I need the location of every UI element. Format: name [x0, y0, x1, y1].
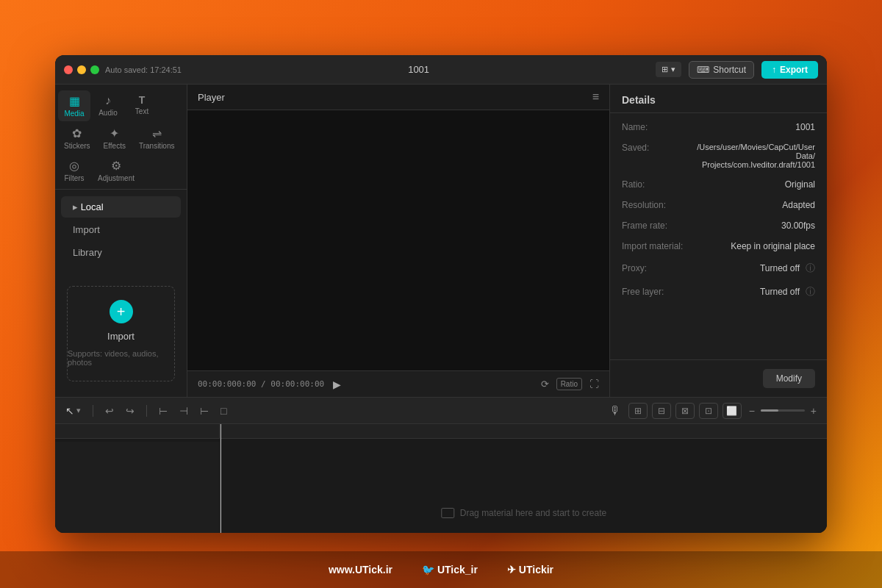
tab-filters[interactable]: ◎ Filters — [58, 155, 90, 186]
undo-button[interactable]: ↩ — [102, 404, 117, 418]
sidebar-item-import[interactable]: Import — [61, 219, 181, 240]
detail-free-layer-label: Free layer: — [622, 287, 695, 297]
layout-button[interactable]: ⊞ ▾ — [656, 62, 681, 77]
tab-text-label: Text — [135, 107, 148, 115]
watermark-telegram: ✈ UTickir — [507, 564, 553, 576]
detail-proxy-right: Turned off ⓘ — [760, 262, 815, 275]
sidebar-item-library[interactable]: Library — [61, 242, 181, 263]
timeline-track-labels — [55, 424, 220, 533]
details-footer: Modify — [610, 359, 827, 397]
export-button[interactable]: ↑ Export — [761, 61, 818, 79]
tab-stickers[interactable]: ✿ Stickers — [58, 123, 96, 154]
play-button[interactable]: ▶ — [333, 379, 341, 390]
adjustment-icon: ⚙ — [111, 159, 121, 173]
tab-media[interactable]: ▦ Media — [58, 90, 90, 121]
timeline-ruler — [220, 424, 827, 439]
sidebar-item-local[interactable]: Local — [61, 196, 181, 218]
maximize-button[interactable] — [90, 65, 99, 74]
detail-saved-label: Saved: — [622, 143, 695, 153]
center-panel: Player ≡ 00:00:000:00 / 00:00:00:00 ▶ ⟳ … — [187, 85, 610, 397]
timeline-right-tools: 🎙 ⊞ ⊟ ⊠ ⊡ ⬜ − + — [606, 403, 820, 419]
import-label: Import — [73, 224, 100, 235]
detail-name-label: Name: — [622, 122, 695, 132]
timeline-icon-btn-1[interactable]: ⊞ — [628, 403, 648, 419]
tab-effects-label: Effects — [104, 142, 126, 150]
timeline-content: Drag material here and start to create — [55, 424, 827, 533]
proxy-info-icon[interactable]: ⓘ — [806, 262, 815, 275]
close-button[interactable] — [64, 65, 73, 74]
details-header: Details — [610, 85, 827, 113]
zoom-control: − + — [746, 404, 820, 418]
timeline-icon-btn-3[interactable]: ⊠ — [675, 403, 695, 419]
layout-arrow: ▾ — [671, 65, 675, 74]
mic-button[interactable]: 🎙 — [606, 403, 624, 419]
tab-text[interactable]: T Text — [126, 90, 158, 121]
modify-button[interactable]: Modify — [763, 369, 815, 388]
telegram-icon: ✈ — [507, 564, 519, 576]
timeline-icon-btn-5[interactable]: ⬜ — [723, 403, 742, 419]
detail-import-label: Import material: — [622, 241, 695, 251]
timeline-toolbar: ↖ ▾ ↩ ↪ ⊢ ⊣ ⊢ □ 🎙 ⊞ ⊟ ⊠ ⊡ ⬜ − — [55, 398, 827, 424]
import-box[interactable]: + Import Supports: videos, audios, photo… — [67, 286, 175, 381]
import-box-sublabel: Supports: videos, audios, photos — [68, 349, 174, 367]
player-canvas — [187, 110, 609, 370]
detail-free-layer-right: Turned off ⓘ — [760, 285, 815, 298]
fullscreen-icon[interactable]: ⛶ — [589, 379, 599, 390]
tab-audio[interactable]: ♪ Audio — [92, 90, 124, 121]
import-area: + Import Supports: videos, audios, photo… — [55, 270, 187, 397]
detail-resolution: Resolution: Adapted — [622, 200, 815, 210]
player-menu-icon[interactable]: ≡ — [592, 90, 599, 104]
loop-icon[interactable]: ⟳ — [541, 379, 549, 390]
redo-button[interactable]: ↪ — [123, 404, 137, 418]
detail-free-layer-value: Turned off — [760, 287, 800, 297]
shortcut-button[interactable]: ⌨ Shortcut — [689, 61, 754, 79]
tab-audio-label: Audio — [98, 109, 118, 117]
tab-transitions[interactable]: ⇌ Transitions — [133, 123, 181, 154]
toolbar-tabs: ▦ Media ♪ Audio T Text ✿ Stickers ✦ Ef — [55, 85, 187, 190]
timeline-icon-btn-4[interactable]: ⊡ — [699, 403, 718, 419]
tab-effects[interactable]: ✦ Effects — [98, 123, 132, 154]
split-tool[interactable]: ⊢ — [156, 404, 171, 418]
zoom-in-btn[interactable]: + — [808, 404, 820, 418]
detail-resolution-value: Adapted — [695, 200, 815, 210]
twitter-icon: 🐦 — [422, 564, 437, 576]
tab-media-label: Media — [64, 110, 84, 118]
detail-proxy-value: Turned off — [760, 263, 800, 273]
toolbar-separator-1 — [93, 405, 93, 417]
local-label: Local — [81, 201, 104, 212]
transitions-icon: ⇌ — [152, 126, 162, 140]
timeline-icon-btn-2[interactable]: ⊟ — [652, 403, 671, 419]
tab-adjustment-label: Adjustment — [98, 174, 135, 182]
title-right-actions: ⊞ ▾ ⌨ Shortcut ↑ Export — [656, 61, 818, 79]
tab-transitions-label: Transitions — [139, 142, 175, 150]
detail-name-value: 1001 — [695, 122, 815, 132]
detail-ratio-label: Ratio: — [622, 179, 695, 190]
minimize-button[interactable] — [77, 65, 86, 74]
detail-free-layer: Free layer: Turned off ⓘ — [622, 285, 815, 298]
detail-ratio-value: Original — [695, 179, 815, 190]
free-layer-info-icon[interactable]: ⓘ — [806, 285, 815, 298]
tab-adjustment[interactable]: ⚙ Adjustment — [92, 155, 140, 186]
library-label: Library — [73, 247, 102, 258]
zoom-slider[interactable] — [761, 409, 805, 412]
cursor-tool[interactable]: ↖ ▾ — [62, 404, 84, 418]
window-title: 1001 — [182, 64, 656, 75]
detail-proxy: Proxy: Turned off ⓘ — [622, 262, 815, 275]
watermark-twitter: 🐦 UTick_ir — [422, 564, 478, 576]
detail-framerate-label: Frame rate: — [622, 220, 695, 231]
watermark-bar: www.UTick.ir 🐦 UTick_ir ✈ UTickir — [0, 551, 882, 588]
trim-right-tool[interactable]: ⊢ — [197, 404, 212, 418]
trim-left-tool[interactable]: ⊣ — [176, 404, 191, 418]
zoom-out-btn[interactable]: − — [746, 404, 758, 418]
watermark-website: www.UTick.ir — [329, 564, 392, 576]
ratio-badge[interactable]: Ratio — [556, 378, 582, 390]
audio-icon: ♪ — [105, 94, 111, 107]
right-panel: Details Name: 1001 Saved: /Users/user/Mo… — [610, 85, 827, 397]
player-header: Player ≡ — [187, 85, 609, 110]
delete-tool[interactable]: □ — [218, 404, 229, 418]
keyboard-icon: ⌨ — [697, 65, 709, 75]
export-label: Export — [780, 65, 808, 75]
drag-icon — [441, 508, 454, 518]
filters-icon: ◎ — [69, 159, 79, 173]
detail-saved-value: /Users/user/Movies/CapCut/User Data/Proj… — [695, 143, 815, 169]
